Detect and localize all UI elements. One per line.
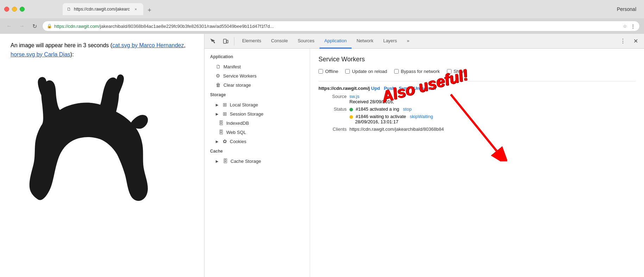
sidebar-item-service-workers[interactable]: ⚙ Service Workers: [204, 71, 310, 80]
skip-waiting-link[interactable]: skipWaiting: [410, 114, 433, 119]
status1: #1845 activated a ing stop: [349, 106, 636, 112]
sidebar-item-cache-storage-label: Cache Storage: [231, 159, 261, 164]
clients-label: Clients: [318, 127, 347, 132]
status2-date: 28/09/2016, 13:01:17: [355, 119, 398, 124]
toolbar-separator: [234, 37, 234, 45]
tab-title: https://cdn.rawgit.com/jakearc: [74, 7, 130, 12]
status-label: Status: [318, 106, 347, 112]
more-options-icon[interactable]: ⋮: [631, 24, 635, 29]
sw-source-row: Source sw.js Received 28/09/2016,: [318, 94, 636, 104]
tab-bar: 🗋 https://cdn.rawgit.com/jakearc × +: [34, 3, 614, 15]
address-bar: ← → ↻ 🔒 https://cdn.rawgit.com/jakearchi…: [0, 18, 644, 34]
show-checkbox-label[interactable]: Show: [447, 69, 465, 74]
tab-network[interactable]: Network: [352, 34, 378, 49]
svg-rect-0: [223, 39, 226, 43]
horse-link[interactable]: horse.svg by Carla Dias: [11, 51, 70, 57]
minimize-window-button[interactable]: [12, 7, 17, 12]
sw-js-link[interactable]: sw.js: [349, 94, 359, 99]
devtools-tabs: Elements Console Sources Application Net…: [237, 34, 616, 49]
offline-checkbox-label[interactable]: Offline: [318, 69, 338, 74]
close-window-button[interactable]: [4, 7, 9, 12]
sw-entry: https://cdn.rawgit.com/j Upd Push Sync U…: [318, 81, 636, 138]
sidebar-item-cookies-label: Cookies: [230, 139, 246, 144]
status1-suffix: ing: [393, 106, 399, 112]
sidebar-section-storage: Storage: [204, 90, 310, 100]
url-bar[interactable]: 🔒 https://cdn.rawgit.com/jakearchibald/8…: [42, 21, 640, 31]
link-separator: ,: [184, 42, 185, 48]
devtools-body: Application 🗋 Manifest ⚙ Service Workers…: [204, 49, 644, 277]
offline-checkbox[interactable]: [318, 69, 323, 74]
sidebar-item-cache-storage[interactable]: ▶ 🗄 Cache Storage: [204, 156, 310, 166]
url-text: https://cdn.rawgit.com/jakearchibald/803…: [54, 24, 619, 29]
sw-url-text: https://cdn.rawgit.com/j: [318, 86, 371, 91]
page-intro-text: An image will appear here in 3 seconds (…: [11, 41, 194, 59]
devtools-sidebar: Application 🗋 Manifest ⚙ Service Workers…: [204, 49, 310, 277]
device-toolbar-button[interactable]: [220, 36, 231, 47]
sidebar-item-local-storage[interactable]: ▶ ⊞ Local Storage: [204, 100, 310, 109]
expand-arrow-icon: ▶: [216, 103, 219, 107]
cat-link[interactable]: cat.svg by Marco Hernandez: [112, 42, 184, 48]
sync-link[interactable]: Sync: [399, 86, 410, 91]
unregister-link[interactable]: Unregister: [413, 86, 436, 91]
sidebar-item-manifest[interactable]: 🗋 Manifest: [204, 62, 310, 71]
cookies-icon: ✿: [223, 138, 227, 144]
manifest-icon: 🗋: [216, 64, 221, 69]
show-label: Show: [454, 69, 465, 74]
sidebar-item-manifest-label: Manifest: [223, 64, 241, 69]
sidebar-item-session-storage-label: Session Storage: [230, 111, 263, 117]
status2: #1846 waiting to activate skipWaiting 28…: [349, 114, 636, 124]
devtools-close-button[interactable]: ✕: [630, 36, 641, 47]
sidebar-item-session-storage[interactable]: ▶ ⊞ Session Storage: [204, 109, 310, 118]
upd-link[interactable]: Upd: [371, 86, 380, 91]
reload-button[interactable]: ↻: [30, 21, 39, 31]
bookmark-star-icon[interactable]: ☆: [623, 24, 627, 29]
stop-link[interactable]: stop: [403, 106, 412, 112]
devtools-toolbar: Elements Console Sources Application Net…: [204, 34, 644, 49]
sidebar-item-indexeddb[interactable]: 🗄 IndexedDB: [204, 118, 310, 128]
tab-application[interactable]: Application: [320, 34, 352, 49]
bypass-network-checkbox[interactable]: [394, 69, 399, 74]
update-on-reload-checkbox[interactable]: [345, 69, 350, 74]
push-link[interactable]: Push: [384, 86, 395, 91]
show-checkbox[interactable]: [447, 69, 452, 74]
cache-storage-icon: 🗄: [223, 158, 228, 164]
maximize-window-button[interactable]: [20, 7, 25, 12]
clients-value: https://cdn.rawgit.com/jakearchibald/803…: [349, 127, 636, 132]
service-workers-icon: ⚙: [216, 73, 220, 79]
tab-layers[interactable]: Layers: [378, 34, 402, 49]
main-area: An image will appear here in 3 seconds (…: [0, 34, 644, 277]
offline-label: Offline: [325, 69, 338, 74]
sw-entry-url: https://cdn.rawgit.com/j Upd Push Sync U…: [318, 86, 636, 91]
svg-rect-1: [227, 40, 228, 43]
sw-clients-row: Clients https://cdn.rawgit.com/jakearchi…: [318, 127, 636, 132]
url-green-part: https://cdn.rawgit.com/: [54, 24, 100, 29]
local-storage-icon: ⊞: [223, 102, 227, 107]
tab-console[interactable]: Console: [266, 34, 293, 49]
sidebar-item-indexeddb-label: IndexedDB: [226, 121, 249, 126]
source-label: Source: [318, 94, 347, 99]
update-on-reload-checkbox-label[interactable]: Update on reload: [345, 69, 387, 74]
cat-image: [11, 66, 194, 217]
inspect-element-button[interactable]: [207, 36, 219, 47]
intro-suffix: ):: [70, 51, 74, 57]
tab-more[interactable]: »: [402, 34, 414, 49]
sidebar-item-cookies[interactable]: ▶ ✿ Cookies: [204, 137, 310, 146]
tab-close-button[interactable]: ×: [133, 6, 139, 12]
active-tab[interactable]: 🗋 https://cdn.rawgit.com/jakearc ×: [63, 3, 143, 15]
profile-label: Personal: [617, 6, 640, 12]
bypass-network-checkbox-label[interactable]: Bypass for network: [394, 69, 440, 74]
indexeddb-icon: 🗄: [219, 120, 223, 126]
sidebar-item-local-storage-label: Local Storage: [230, 102, 258, 107]
tab-elements[interactable]: Elements: [237, 34, 266, 49]
tab-sources[interactable]: Sources: [293, 34, 320, 49]
sidebar-item-web-sql[interactable]: 🗄 Web SQL: [204, 128, 310, 137]
intro-prefix: An image will appear here in 3 seconds (: [11, 42, 112, 48]
forward-button[interactable]: →: [17, 21, 27, 31]
clear-storage-icon: 🗑: [216, 82, 221, 88]
new-tab-button[interactable]: +: [145, 5, 154, 15]
web-sql-icon: 🗄: [219, 129, 223, 135]
back-button[interactable]: ←: [4, 21, 14, 31]
sidebar-item-clear-storage[interactable]: 🗑 Clear storage: [204, 80, 310, 90]
devtools-settings-button[interactable]: ⋮: [617, 36, 629, 47]
cat-svg: [11, 66, 194, 214]
